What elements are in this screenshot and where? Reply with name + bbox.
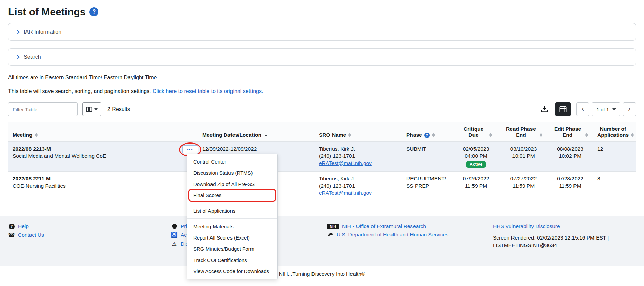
phase-cell: RECRUITMENT/ SS PREP bbox=[402, 172, 452, 200]
table-header-row: Meeting Meeting Dates/Location SRO Name bbox=[8, 122, 636, 142]
column-label: Read Phase End bbox=[505, 126, 537, 138]
menu-item-label: List of Applications bbox=[193, 208, 235, 214]
menu-item-list-of-applications[interactable]: List of Applications bbox=[187, 205, 277, 216]
menu-item-report-all-scores[interactable]: Report All Scores (Excel) bbox=[187, 232, 277, 243]
column-label: Critique Due bbox=[460, 126, 487, 138]
iar-information-panel[interactable]: IAR Information bbox=[8, 23, 636, 41]
contact-us-link[interactable]: Contact Us bbox=[18, 232, 44, 238]
download-button[interactable] bbox=[540, 105, 549, 114]
column-header-meeting-dates[interactable]: Meeting Dates/Location bbox=[198, 122, 315, 142]
page-header: List of Meetings ? bbox=[8, 5, 636, 18]
chevron-right-icon bbox=[15, 55, 20, 59]
menu-item-label: Track COI Certifications bbox=[193, 257, 247, 263]
meeting-dates: 12/09/2022-12/09/2022 bbox=[202, 145, 310, 152]
menu-item-label: View Access Code for Downloads bbox=[193, 268, 269, 274]
meeting-name: COE-Nursing Facilities bbox=[13, 182, 194, 189]
column-label: Edit Phase End bbox=[552, 126, 583, 138]
meeting-name: Social Media and Mental Wellbeing CoE bbox=[13, 152, 106, 159]
column-header-read-phase-end[interactable]: Read Phase End bbox=[500, 122, 547, 142]
column-header-sro-name[interactable]: SRO Name bbox=[315, 122, 402, 142]
oer-link[interactable]: NIH - Office of Extramural Research bbox=[342, 223, 426, 229]
menu-item-meeting-materials[interactable]: Meeting Materials bbox=[187, 221, 277, 232]
footer-column-agencies: NIH NIH - Office of Extramural Research … bbox=[327, 223, 493, 259]
settings-note-text: This table will save search, sorting, an… bbox=[8, 88, 153, 94]
menu-item-track-coi[interactable]: Track COI Certifications bbox=[187, 254, 277, 266]
hhs-link[interactable]: U.S. Department of Health and Human Serv… bbox=[337, 232, 448, 238]
menu-item-discussion-status[interactable]: Discussion Status (RTMS) bbox=[187, 167, 277, 178]
menu-item-label: Report All Scores (Excel) bbox=[193, 235, 250, 241]
column-header-edit-phase-end[interactable]: Edit Phase End bbox=[547, 122, 593, 142]
hhs-eagle-icon bbox=[327, 232, 334, 237]
page-help-icon[interactable]: ? bbox=[89, 7, 98, 16]
caret-down-icon bbox=[94, 108, 98, 110]
phase-cell: SUBMIT bbox=[402, 142, 452, 172]
table-toolbar: 2 Results ‹ 1 of 1 bbox=[8, 102, 636, 116]
critique-due-cell: 07/26/2022 11:59 PM bbox=[452, 172, 500, 200]
column-header-critique-due[interactable]: Critique Due bbox=[452, 122, 500, 142]
column-header-phase[interactable]: Phase ? bbox=[402, 122, 452, 142]
columns-icon bbox=[86, 107, 92, 112]
phone-icon: ☎ bbox=[8, 232, 15, 238]
menu-divider bbox=[187, 218, 277, 219]
meeting-row: 2022/08 2213-M Social Media and Mental W… bbox=[8, 142, 636, 172]
chevron-right-icon: › bbox=[628, 105, 630, 113]
meeting-cell: 2022/08 2213-M Social Media and Mental W… bbox=[8, 142, 198, 172]
read-phase-end-cell: 07/27/2022 11:59 PM bbox=[500, 172, 547, 200]
footer-column-meta: HHS Vulnerability Disclosure Screen Rend… bbox=[493, 223, 636, 259]
page-select[interactable]: 1 of 1 bbox=[592, 102, 620, 116]
critique-due-cell: 02/05/2023 04:00 PM Active bbox=[452, 142, 500, 172]
row-actions-menu: Control Center Discussion Status (RTMS) … bbox=[187, 154, 278, 279]
menu-item-download-zip[interactable]: Download Zip of All Pre-SS bbox=[187, 178, 277, 190]
page-indicator: 1 of 1 bbox=[596, 107, 609, 112]
table-grid-icon bbox=[559, 106, 567, 113]
menu-item-srg-minutes[interactable]: SRG Minutes/Budget Form bbox=[187, 243, 277, 254]
search-panel[interactable]: Search bbox=[8, 48, 636, 66]
sort-descending-icon bbox=[264, 135, 268, 137]
sort-icon bbox=[585, 133, 588, 137]
sro-phone: (240) 123-1701 bbox=[319, 152, 398, 159]
accessibility-icon: ♿ bbox=[171, 232, 178, 238]
menu-item-control-center[interactable]: Control Center bbox=[187, 156, 277, 167]
timezone-note: All times are in Eastern Standard Time/ … bbox=[8, 75, 636, 81]
table-view-button[interactable] bbox=[555, 102, 571, 116]
critique-date: 07/26/2022 bbox=[457, 175, 496, 182]
menu-item-label: Meeting Materials bbox=[193, 224, 233, 229]
column-header-number-of-applications[interactable]: Number of Applications bbox=[593, 122, 636, 142]
shield-icon bbox=[171, 224, 178, 229]
sro-email-link[interactable]: eRATest@mail.nih.gov bbox=[319, 160, 372, 166]
hhs-vulnerability-link[interactable]: HHS Vulnerability Disclosure bbox=[493, 223, 560, 229]
critique-time: 11:59 PM bbox=[457, 182, 496, 189]
sro-name: Tiberius, Kirk J. bbox=[319, 175, 398, 182]
meeting-id: 2022/08 2211-M bbox=[13, 175, 194, 182]
meeting-cell: 2022/08 2211-M COE-Nursing Facilities bbox=[8, 172, 198, 200]
column-picker-button[interactable] bbox=[82, 102, 101, 116]
row-actions-button[interactable]: ••• bbox=[182, 145, 198, 154]
search-panel-label: Search bbox=[24, 54, 41, 60]
meeting-id: 2022/08 2213-M bbox=[13, 145, 106, 152]
sort-icon bbox=[631, 133, 634, 137]
sro-phone: (240) 123-1701 bbox=[319, 182, 398, 189]
column-label: Phase bbox=[406, 132, 422, 138]
next-page-button[interactable]: › bbox=[623, 102, 636, 116]
iar-panel-label: IAR Information bbox=[24, 29, 61, 35]
reset-table-link[interactable]: Click here to reset table to its origina… bbox=[153, 88, 263, 94]
sro-cell: Tiberius, Kirk J. (240) 123-1701 eRATest… bbox=[315, 172, 402, 200]
filter-table-input[interactable] bbox=[8, 102, 78, 116]
edit-phase-end-cell: 07/28/2022 11:59 PM bbox=[547, 172, 593, 200]
chevron-right-icon bbox=[15, 30, 20, 34]
menu-item-view-access-code[interactable]: View Access Code for Downloads bbox=[187, 266, 277, 277]
menu-item-final-scores[interactable]: Final Scores bbox=[187, 190, 277, 201]
phase-help-icon[interactable]: ? bbox=[424, 133, 430, 138]
help-link[interactable]: Help bbox=[18, 223, 29, 229]
results-count: 2 Results bbox=[107, 106, 130, 112]
help-icon: ? bbox=[9, 224, 15, 229]
menu-item-label: SRG Minutes/Budget Form bbox=[193, 246, 254, 252]
column-header-meeting[interactable]: Meeting bbox=[8, 122, 198, 142]
ellipsis-icon: ••• bbox=[187, 148, 193, 151]
read-date: 03/10/2023 bbox=[504, 145, 543, 152]
sort-icon bbox=[540, 133, 542, 137]
sro-email-link[interactable]: eRATest@mail.nih.gov bbox=[319, 190, 372, 196]
edit-date: 07/28/2022 bbox=[551, 175, 589, 182]
menu-item-label: Final Scores bbox=[193, 192, 221, 198]
previous-page-button[interactable]: ‹ bbox=[576, 102, 589, 116]
